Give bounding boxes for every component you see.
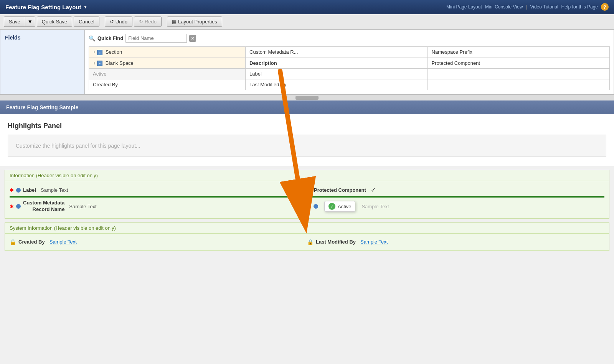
info-row-2-right: ✱ ✓ Active Sample Text <box>307 201 604 212</box>
field-item-blank-space[interactable]: + ▪ Blank Space <box>89 58 246 69</box>
blue-dot-3 <box>16 204 21 209</box>
highlights-section: Highlights Panel Customize the highlight… <box>0 114 614 166</box>
undo-icon: ↺ <box>110 19 114 25</box>
blue-dot-1 <box>16 188 21 193</box>
help-icon[interactable]: ? <box>601 3 609 11</box>
required-star-1: ✱ <box>10 187 14 193</box>
fields-panel: Fields 🔍 Quick Find ✕ + ▪ Section <box>0 30 614 94</box>
quick-find-label: Quick Find <box>97 35 123 41</box>
table-row: Created By Last Modified By <box>89 79 610 90</box>
lock-icon-created: 🔒 <box>10 239 16 245</box>
field-cell-created-by[interactable]: Created By <box>89 79 246 90</box>
blue-dot-4 <box>314 204 318 209</box>
toolbar: Save ▼ Quick Save Cancel ↺ Undo ↻ Redo ▦… <box>0 14 614 30</box>
save-dropdown-button[interactable]: ▼ <box>25 16 35 27</box>
system-section-header: System Information (Header visible on ed… <box>5 223 609 234</box>
info-row-1: ✱ Label Sample Text Protected Component … <box>5 184 609 196</box>
required-star-2: ✱ <box>10 204 14 209</box>
field-icon-section: ▪ <box>97 50 102 55</box>
checkmark-protected: ✓ <box>371 186 376 194</box>
quick-find-input[interactable] <box>125 34 187 43</box>
page-title: Feature Flag Setting Layout <box>5 4 81 10</box>
field-cell-protected[interactable]: Protected Component <box>427 58 609 69</box>
title-bar-right: Mini Page Layout Mini Console View | Vid… <box>446 3 609 11</box>
redo-button[interactable]: ↻ Redo <box>134 16 162 27</box>
field-cell-custom-metadata[interactable]: Custom Metadata R... <box>246 47 427 58</box>
search-icon: 🔍 <box>89 35 95 41</box>
created-by-label: Created By <box>18 239 45 245</box>
field-value-custom-metadata: Sample Text <box>69 204 96 209</box>
content-area: Information (Header visible on edit only… <box>0 170 614 259</box>
fields-content: 🔍 Quick Find ✕ + ▪ Section Custom Metada… <box>85 30 614 94</box>
lock-icon-modified: 🔒 <box>307 239 314 245</box>
title-bar: Feature Flag Setting Layout ▼ Mini Page … <box>0 0 614 14</box>
table-row: Active Label <box>89 69 610 79</box>
mini-page-layout-link[interactable]: Mini Page Layout <box>446 4 482 10</box>
created-by-value[interactable]: Sample Text <box>50 239 77 245</box>
video-tutorial-link[interactable]: Video Tutorial <box>530 4 558 10</box>
field-label-label: Label <box>23 187 36 193</box>
field-cell-description[interactable]: Description <box>246 58 427 69</box>
mini-console-view-link[interactable]: Mini Console View <box>485 4 523 10</box>
active-tooltip: ✓ Active <box>324 201 355 212</box>
field-label-custom-metadata: Custom MetadataRecord Name <box>23 200 64 213</box>
sample-section: Feature Flag Setting Sample Highlights P… <box>0 100 614 259</box>
fields-sidebar-title: Fields <box>5 35 80 41</box>
plus-icon: + <box>93 49 96 55</box>
fields-sidebar: Fields <box>0 30 85 94</box>
field-icon-blank: ▪ <box>97 61 102 66</box>
field-cell-last-modified[interactable]: Last Modified By <box>246 79 427 90</box>
plus-icon: + <box>93 60 96 66</box>
field-cell-empty2 <box>427 79 609 90</box>
save-button[interactable]: Save <box>4 16 25 27</box>
redo-icon: ↻ <box>139 19 143 25</box>
system-rows: 🔒 Created By Sample Text 🔒 Last Modified… <box>5 234 609 250</box>
system-information-section: System Information (Header visible on ed… <box>5 222 609 251</box>
scroll-bar[interactable] <box>0 94 614 100</box>
field-label-blank: Blank Space <box>106 60 134 66</box>
scroll-thumb[interactable] <box>295 96 319 100</box>
help-for-page-link[interactable]: Help for this Page <box>561 4 598 10</box>
quick-save-button[interactable]: Quick Save <box>37 16 72 27</box>
quick-find-clear-button[interactable]: ✕ <box>189 35 196 42</box>
field-cell-namespace[interactable]: Namespace Prefix <box>427 47 609 58</box>
separator: | <box>526 4 527 10</box>
system-row-left: 🔒 Created By Sample Text <box>10 239 307 245</box>
required-star-3: ✱ <box>307 204 311 209</box>
field-value-label: Sample Text <box>41 187 68 193</box>
fields-table: + ▪ Section Custom Metadata R... Namespa… <box>89 46 610 90</box>
field-cell-label[interactable]: Label <box>246 69 427 79</box>
cancel-button[interactable]: Cancel <box>74 16 99 27</box>
system-row-right: 🔒 Last Modified By Sample Text <box>307 239 604 245</box>
info-row-2: ✱ Custom MetadataRecord Name Sample Text… <box>5 198 609 215</box>
title-dropdown-icon[interactable]: ▼ <box>84 5 87 9</box>
info-row-1-right: Protected Component ✓ <box>307 186 604 194</box>
undo-button[interactable]: ↺ Undo <box>105 16 132 27</box>
save-button-group: Save ▼ <box>4 16 35 27</box>
field-cell-empty1 <box>427 69 609 79</box>
table-row: + ▪ Section Custom Metadata R... Namespa… <box>89 47 610 58</box>
section-header: Feature Flag Setting Sample <box>0 100 614 114</box>
highlights-panel-title: Highlights Panel <box>8 122 606 130</box>
field-cell-active: Active <box>89 69 246 79</box>
information-section: Information (Header visible on edit only… <box>5 170 609 219</box>
quick-find-bar: 🔍 Quick Find ✕ <box>89 34 610 43</box>
info-rows: ✱ Label Sample Text Protected Component … <box>5 181 609 218</box>
green-check-icon: ✓ <box>328 203 335 210</box>
field-value-namespace: Sample Text <box>361 204 389 209</box>
active-tooltip-text: Active <box>338 204 351 209</box>
info-row-1-left: ✱ Label Sample Text <box>10 187 307 193</box>
field-label-protected: Protected Component <box>314 187 366 193</box>
highlights-placeholder: Customize the highlights panel for this … <box>8 135 606 157</box>
field-label-section: Section <box>106 49 122 55</box>
last-modified-label: Last Modified By <box>316 239 356 245</box>
layout-properties-button[interactable]: ▦ Layout Properties <box>167 16 222 27</box>
table-row: + ▪ Blank Space Description Protected Co… <box>89 58 610 69</box>
information-section-header: Information (Header visible on edit only… <box>5 170 609 181</box>
field-item-section[interactable]: + ▪ Section <box>89 47 246 58</box>
last-modified-value[interactable]: Sample Text <box>360 239 388 245</box>
system-row-1: 🔒 Created By Sample Text 🔒 Last Modified… <box>5 237 609 247</box>
layout-icon: ▦ <box>172 19 177 25</box>
title-bar-left: Feature Flag Setting Layout ▼ <box>5 4 87 10</box>
info-row-2-left: ✱ Custom MetadataRecord Name Sample Text <box>10 200 307 213</box>
